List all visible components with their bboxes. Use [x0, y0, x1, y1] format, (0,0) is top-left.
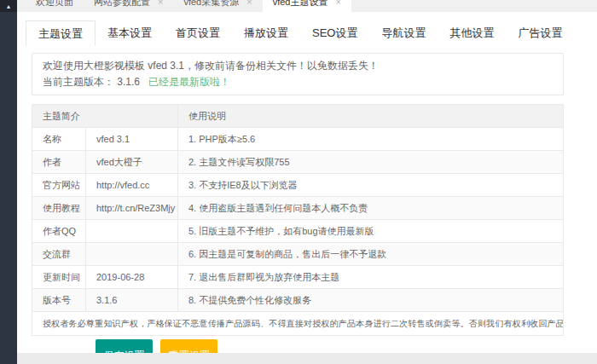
window-tab-welcome[interactable]: 欢迎页面 [26, 0, 84, 12]
row-value: 3.1.6 [86, 289, 178, 312]
row-value: vfed 3.1 [86, 128, 178, 151]
theme-intro-table: 主题简介 使用说明 名称 vfed 3.1 1. PHP版本≥5.6 作者 vf… [32, 104, 564, 336]
window-tab-collect[interactable]: vfed采集资源 × [173, 0, 262, 12]
table-row: 作者QQ 5. 旧版主题不予维护，如有bug请使用最新版 [32, 220, 564, 243]
row-note: 7. 退出售后群即视为放弃使用本主题 [178, 266, 564, 289]
table-row: 交流群 6. 因主题是可复制的商品，售出后一律不予退款 [32, 243, 564, 266]
row-note: 8. 不提供免费个性化修改服务 [178, 289, 564, 312]
row-label: 作者 [32, 151, 86, 174]
row-note: 5. 旧版主题不予维护，如有bug请使用最新版 [178, 220, 564, 243]
row-value: 2019-06-28 [86, 266, 178, 289]
table-row: 作者 vfed大橙子 2. 主题文件读写权限755 [32, 151, 564, 174]
row-label: 作者QQ [32, 220, 86, 243]
tab-play-settings[interactable]: 播放设置 [232, 20, 300, 46]
window-tab-site-params[interactable]: 网站参数配置 × [84, 0, 173, 12]
row-note: 1. PHP版本≥5.6 [178, 128, 564, 151]
tab-basic-settings[interactable]: 基本设置 [96, 20, 164, 46]
row-label: 官方网站 [32, 174, 86, 197]
reset-settings-button[interactable]: 重置设置 [160, 339, 217, 353]
tab-nav-settings[interactable]: 导航设置 [369, 20, 438, 46]
table-row: 官方网站 http://vfed.cc 3. 不支持IE8及以下浏览器 [32, 174, 564, 197]
row-label: 交流群 [32, 243, 86, 266]
row-value: vfed大橙子 [86, 151, 178, 174]
row-note: 4. 使用盗版主题遇到任何问题本人概不负责 [178, 197, 564, 220]
license-text: 授权者务必尊重知识产权，严格保证不恶意传播产品源码、不得直接对授权的产品本身进行… [32, 312, 564, 336]
row-value: http://vfed.cc [86, 174, 178, 197]
window-tab-label: 欢迎页面 [36, 0, 73, 9]
table-row: 使用教程 http://t.cn/ReZ3Mjy 4. 使用盗版主题遇到任何问题… [32, 197, 564, 220]
sidebar: ▲ [0, 0, 17, 364]
window-tabbar: 欢迎页面 网站参数配置 × vfed采集资源 × vfed主题设置 × [17, 0, 597, 12]
row-note: 6. 因主题是可复制的商品，售出后一律不予退款 [178, 243, 564, 266]
collapse-arrow-icon: ▲ [6, 3, 12, 9]
sidebar-collapse-button[interactable]: ▲ [0, 0, 17, 12]
row-label: 名称 [32, 128, 86, 151]
tab-other-settings[interactable]: 其他设置 [438, 20, 506, 46]
window-tab-theme-settings[interactable]: vfed主题设置 × [263, 0, 351, 12]
row-value [86, 220, 178, 243]
window-tab-label: vfed主题设置 [273, 0, 328, 9]
row-value: http://t.cn/ReZ3Mjy [86, 197, 178, 220]
bottom-strip [17, 353, 597, 364]
window-tab-label: 网站参数配置 [94, 0, 150, 9]
notice-line1: 欢迎使用大橙影视模板 vfed 3.1，修改前请备份相关文件！以免数据丢失！ [43, 58, 553, 74]
version-label: 当前主题版本： [43, 76, 114, 88]
welcome-notice: 欢迎使用大橙影视模板 vfed 3.1，修改前请备份相关文件！以免数据丢失！ 当… [32, 53, 564, 95]
theme-settings-panel: 主题设置 基本设置 首页设置 播放设置 SEO设置 导航设置 其他设置 广告设置… [17, 12, 597, 353]
row-value [86, 243, 178, 266]
save-settings-button[interactable]: 保存设置 [96, 339, 153, 353]
close-icon[interactable]: × [335, 0, 340, 7]
row-label: 使用教程 [32, 197, 86, 220]
settings-tabs: 主题设置 基本设置 首页设置 播放设置 SEO设置 导航设置 其他设置 广告设置 [26, 20, 574, 46]
row-label: 版本号 [32, 289, 86, 312]
window-tab-label: vfed采集资源 [183, 0, 239, 9]
latest-version-status: 已经是最新版啦！ [148, 76, 230, 88]
current-version: 3.1.6 [117, 76, 140, 88]
close-icon[interactable]: × [158, 0, 163, 7]
table-header-row: 主题简介 使用说明 [32, 105, 564, 128]
tab-seo-settings[interactable]: SEO设置 [300, 20, 369, 46]
column-header-usage: 使用说明 [178, 105, 564, 128]
column-header-intro: 主题简介 [32, 105, 178, 128]
table-row: 更新时间 2019-06-28 7. 退出售后群即视为放弃使用本主题 [32, 266, 564, 289]
row-label: 更新时间 [32, 266, 86, 289]
table-row: 名称 vfed 3.1 1. PHP版本≥5.6 [32, 128, 564, 151]
action-buttons: 保存设置 重置设置 [96, 339, 217, 353]
license-row: 授权者务必尊重知识产权，严格保证不恶意传播产品源码、不得直接对授权的产品本身进行… [32, 312, 564, 336]
row-note: 3. 不支持IE8及以下浏览器 [178, 174, 564, 197]
tab-ad-settings[interactable]: 广告设置 [506, 20, 574, 46]
table-row: 版本号 3.1.6 8. 不提供免费个性化修改服务 [32, 289, 564, 312]
tab-theme-settings[interactable]: 主题设置 [26, 20, 96, 46]
row-note: 2. 主题文件读写权限755 [178, 151, 564, 174]
close-icon[interactable]: × [246, 0, 252, 7]
tab-home-settings[interactable]: 首页设置 [164, 20, 232, 46]
notice-line2: 当前主题版本： 3.1.6 已经是最新版啦！ [43, 74, 553, 90]
